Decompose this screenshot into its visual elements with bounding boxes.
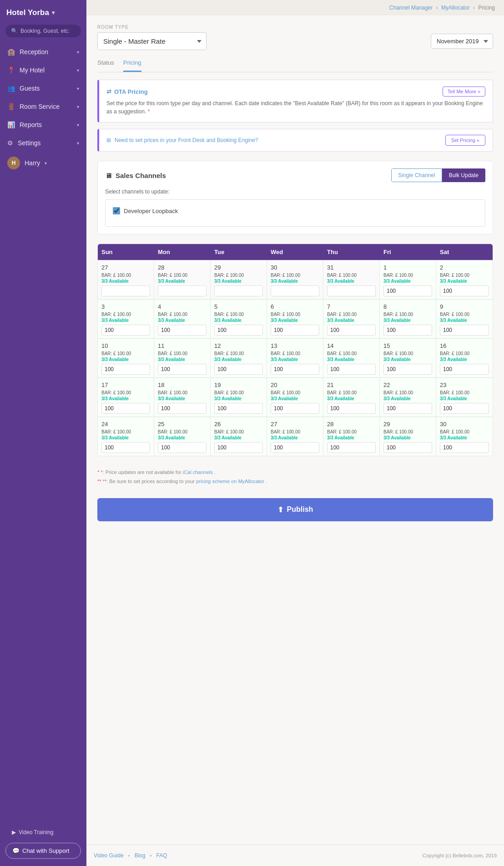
room-type-select[interactable]: Single - Master Rate Double - Master Rat… [97, 32, 207, 50]
cal-available: 3/3 Available [101, 357, 150, 362]
ical-channels-link[interactable]: iCal channels [183, 469, 213, 475]
tab-status[interactable]: Status [97, 56, 114, 72]
channel-checkbox-input[interactable] [113, 207, 120, 214]
set-pricing-button[interactable]: Set Pricing » [445, 135, 485, 146]
day-header-sat: Sat [436, 244, 493, 260]
sidebar-search[interactable]: 🔍 Booking, Guest, etc. [5, 25, 81, 37]
blog-link[interactable]: Blog [135, 852, 146, 859]
video-training-label: Video Training [19, 829, 54, 835]
sidebar-item-guests[interactable]: 👥 Guests ▾ [0, 79, 86, 97]
calendar-cell: 28BAR: £ 100.003/3 Available [323, 417, 380, 456]
cal-price-input[interactable] [101, 364, 150, 375]
cal-price-input[interactable] [383, 325, 432, 336]
my-hotel-icon: 📍 [7, 66, 15, 74]
cal-price-input[interactable] [158, 442, 207, 453]
cal-bar: BAR: £ 100.00 [101, 312, 150, 317]
tab-pricing[interactable]: Pricing [123, 56, 141, 72]
cal-price-input[interactable] [327, 442, 376, 453]
cal-date: 6 [271, 303, 319, 310]
cal-price-input[interactable] [214, 325, 263, 336]
video-training-button[interactable]: ▶ Video Training [5, 825, 81, 839]
cal-price-input[interactable] [214, 403, 263, 414]
bulk-update-button[interactable]: Bulk Update [442, 168, 485, 182]
cal-price-input[interactable] [101, 325, 150, 336]
cal-price-input[interactable] [101, 442, 150, 453]
cal-price-input[interactable] [214, 442, 263, 453]
cal-price-input[interactable] [327, 285, 376, 296]
hotel-name-header[interactable]: Hotel Yorba ▾ [0, 0, 86, 22]
breadcrumb-channel-manager[interactable]: Channel Manager [389, 5, 434, 11]
cal-available: 3/3 Available [327, 357, 376, 362]
cal-date: 19 [214, 382, 263, 388]
faq-link[interactable]: FAQ [156, 852, 167, 859]
cal-price-input[interactable] [383, 364, 432, 375]
cal-price-input[interactable] [327, 325, 376, 336]
breadcrumb-sep-1: › [436, 5, 439, 11]
cal-price-input[interactable] [158, 364, 207, 375]
page-footer: Video Guide • Blog • FAQ Copyright (c) B… [86, 845, 504, 866]
cal-bar: BAR: £ 100.00 [327, 390, 376, 395]
cal-bar: BAR: £ 100.00 [327, 429, 376, 434]
upload-icon: ⬆ [277, 505, 283, 514]
cal-date: 14 [327, 342, 376, 349]
footer-links: Video Guide • Blog • FAQ [94, 852, 167, 859]
cal-price-input[interactable] [383, 285, 432, 296]
cal-available: 3/3 Available [214, 318, 263, 323]
cal-price-input[interactable] [214, 364, 263, 375]
footer-notes: * *: Price updates are not available for… [97, 464, 493, 491]
calendar-cell: 20BAR: £ 100.003/3 Available [267, 378, 323, 417]
channel-checkbox-developer-loopback[interactable]: Developer Loopback [113, 207, 478, 214]
calendar-week-2: 10BAR: £ 100.003/3 Available11BAR: £ 100… [98, 338, 493, 377]
month-select[interactable]: October 2019 November 2019 December 2019 [431, 34, 493, 49]
breadcrumb-my-allocator[interactable]: MyAllocator [441, 5, 471, 11]
cal-bar: BAR: £ 100.00 [383, 273, 432, 278]
cal-price-input[interactable] [440, 364, 489, 375]
cal-price-input[interactable] [440, 285, 489, 296]
cal-date: 11 [158, 342, 207, 349]
cal-bar: BAR: £ 100.00 [440, 273, 489, 278]
sidebar-item-room-service[interactable]: 🚪 Room Service ▾ [0, 97, 86, 116]
sidebar: Hotel Yorba ▾ 🔍 Booking, Guest, etc. 🏨 R… [0, 0, 86, 866]
cal-price-input[interactable] [101, 403, 150, 414]
cal-price-input[interactable] [158, 285, 207, 296]
sidebar-item-my-hotel[interactable]: 📍 My Hotel ▾ [0, 61, 86, 79]
cal-price-input[interactable] [271, 285, 319, 296]
cal-price-input[interactable] [383, 442, 432, 453]
tell-me-more-button[interactable]: Tell Me More » [443, 87, 485, 97]
cal-price-input[interactable] [440, 325, 489, 336]
cal-bar: BAR: £ 100.00 [214, 390, 263, 395]
calendar-cell: 30BAR: £ 100.003/3 Available [436, 417, 493, 456]
cal-price-input[interactable] [440, 403, 489, 414]
cal-price-input[interactable] [271, 442, 319, 453]
sidebar-item-settings[interactable]: ⚙ Settings ▾ [0, 134, 86, 152]
cal-bar: BAR: £ 100.00 [158, 351, 207, 356]
cal-date: 23 [440, 382, 489, 388]
chat-support-button[interactable]: 💬 Chat with Support [5, 843, 81, 859]
cal-available: 3/3 Available [101, 435, 150, 440]
sidebar-item-reception[interactable]: 🏨 Reception ▾ [0, 43, 86, 61]
cal-price-input[interactable] [158, 325, 207, 336]
cal-price-input[interactable] [271, 403, 319, 414]
cal-bar: BAR: £ 100.00 [440, 312, 489, 317]
content-area: ROOM TYPE Single - Master Rate Double - … [86, 15, 504, 845]
video-guide-link[interactable]: Video Guide [94, 852, 124, 859]
publish-button[interactable]: ⬆ Publish [97, 498, 493, 521]
channel-checkbox-area: Developer Loopback [105, 199, 485, 227]
cal-date: 3 [101, 303, 150, 310]
cal-price-input[interactable] [327, 364, 376, 375]
cal-price-input[interactable] [158, 403, 207, 414]
single-channel-button[interactable]: Single Channel [391, 168, 442, 182]
cal-bar: BAR: £ 100.00 [158, 390, 207, 395]
cal-price-input[interactable] [101, 285, 150, 296]
user-profile[interactable]: H Harry ▾ [0, 152, 86, 174]
cal-price-input[interactable] [271, 325, 319, 336]
search-icon: 🔍 [11, 28, 18, 34]
sidebar-item-reports[interactable]: 📊 Reports ▾ [0, 116, 86, 134]
cal-price-input[interactable] [271, 364, 319, 375]
cal-price-input[interactable] [383, 403, 432, 414]
cal-price-input[interactable] [440, 442, 489, 453]
calendar-cell: 21BAR: £ 100.003/3 Available [323, 378, 380, 417]
cal-price-input[interactable] [327, 403, 376, 414]
cal-price-input[interactable] [214, 285, 263, 296]
pricing-scheme-link[interactable]: pricing scheme on MyAllocator [196, 479, 264, 484]
